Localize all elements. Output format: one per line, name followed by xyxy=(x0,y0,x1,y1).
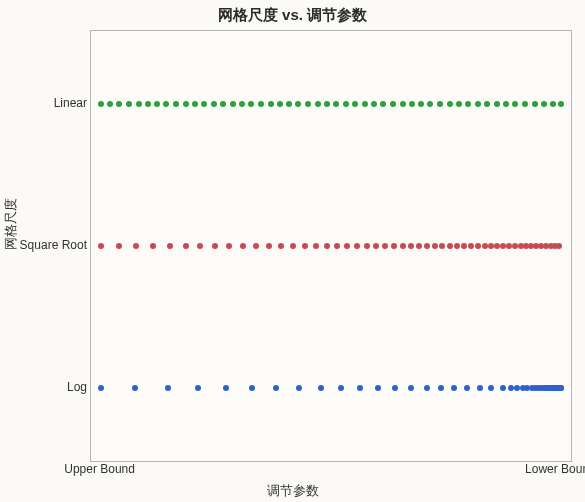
data-point xyxy=(338,385,344,391)
data-point xyxy=(475,243,481,249)
data-point xyxy=(390,101,396,107)
data-point xyxy=(165,385,171,391)
data-point xyxy=(212,243,218,249)
data-point xyxy=(416,243,422,249)
data-point xyxy=(494,101,500,107)
data-point xyxy=(532,101,538,107)
data-point xyxy=(550,101,556,107)
data-point xyxy=(437,101,443,107)
plot-area xyxy=(90,30,572,462)
x-axis-label: 调节参数 xyxy=(0,482,585,500)
data-point xyxy=(192,101,198,107)
data-point xyxy=(324,101,330,107)
data-point xyxy=(344,243,350,249)
data-point xyxy=(136,101,142,107)
data-point xyxy=(424,243,430,249)
data-point xyxy=(333,101,339,107)
data-point xyxy=(512,101,518,107)
data-point xyxy=(522,101,528,107)
data-point xyxy=(454,243,460,249)
data-point xyxy=(380,101,386,107)
data-point xyxy=(201,101,207,107)
data-point xyxy=(116,243,122,249)
data-point xyxy=(500,385,506,391)
y-tick-label: Square Root xyxy=(7,238,87,252)
data-point xyxy=(223,385,229,391)
data-point xyxy=(239,101,245,107)
data-point xyxy=(494,243,500,249)
data-point xyxy=(357,385,363,391)
data-point xyxy=(290,243,296,249)
data-point xyxy=(195,385,201,391)
data-point xyxy=(324,243,330,249)
data-point xyxy=(409,101,415,107)
data-point xyxy=(154,101,160,107)
data-point xyxy=(277,101,283,107)
chart-title: 网格尺度 vs. 调节参数 xyxy=(0,6,585,25)
data-point xyxy=(334,243,340,249)
data-point xyxy=(296,385,302,391)
data-point xyxy=(424,385,430,391)
data-point xyxy=(315,101,321,107)
data-point xyxy=(408,385,414,391)
data-point xyxy=(98,101,104,107)
data-point xyxy=(248,101,254,107)
data-point xyxy=(167,243,173,249)
data-point xyxy=(432,243,438,249)
data-point xyxy=(197,243,203,249)
data-point xyxy=(371,101,377,107)
data-point xyxy=(211,101,217,107)
data-point xyxy=(98,385,104,391)
data-point xyxy=(447,243,453,249)
data-point xyxy=(484,101,490,107)
data-point xyxy=(438,385,444,391)
data-point xyxy=(558,101,564,107)
data-point xyxy=(464,385,470,391)
data-point xyxy=(183,243,189,249)
data-point xyxy=(313,243,319,249)
data-point xyxy=(451,385,457,391)
data-point xyxy=(132,385,138,391)
data-point xyxy=(400,243,406,249)
data-point xyxy=(249,385,255,391)
data-point xyxy=(220,101,226,107)
data-point xyxy=(343,101,349,107)
y-tick-label: Linear xyxy=(7,96,87,110)
data-point xyxy=(556,243,562,249)
data-point xyxy=(373,243,379,249)
data-point xyxy=(302,243,308,249)
data-point xyxy=(150,243,156,249)
data-point xyxy=(468,243,474,249)
data-point xyxy=(173,101,179,107)
x-tick-label: Upper Bound xyxy=(64,462,135,476)
data-point xyxy=(126,101,132,107)
data-point xyxy=(427,101,433,107)
data-point xyxy=(382,243,388,249)
data-point xyxy=(558,385,564,391)
data-point xyxy=(541,101,547,107)
data-point xyxy=(286,101,292,107)
data-point xyxy=(305,101,311,107)
data-point xyxy=(391,243,397,249)
data-point xyxy=(273,385,279,391)
data-point xyxy=(456,101,462,107)
data-point xyxy=(230,101,236,107)
data-point xyxy=(226,243,232,249)
data-point xyxy=(465,101,471,107)
data-point xyxy=(107,101,113,107)
data-point xyxy=(133,243,139,249)
data-point xyxy=(488,243,494,249)
data-point xyxy=(98,243,104,249)
data-point xyxy=(418,101,424,107)
data-point xyxy=(400,101,406,107)
data-point xyxy=(318,385,324,391)
data-point xyxy=(266,243,272,249)
data-point xyxy=(392,385,398,391)
data-point xyxy=(461,243,467,249)
data-point xyxy=(240,243,246,249)
data-point xyxy=(439,243,445,249)
data-point xyxy=(408,243,414,249)
data-point xyxy=(447,101,453,107)
data-point xyxy=(163,101,169,107)
data-point xyxy=(477,385,483,391)
